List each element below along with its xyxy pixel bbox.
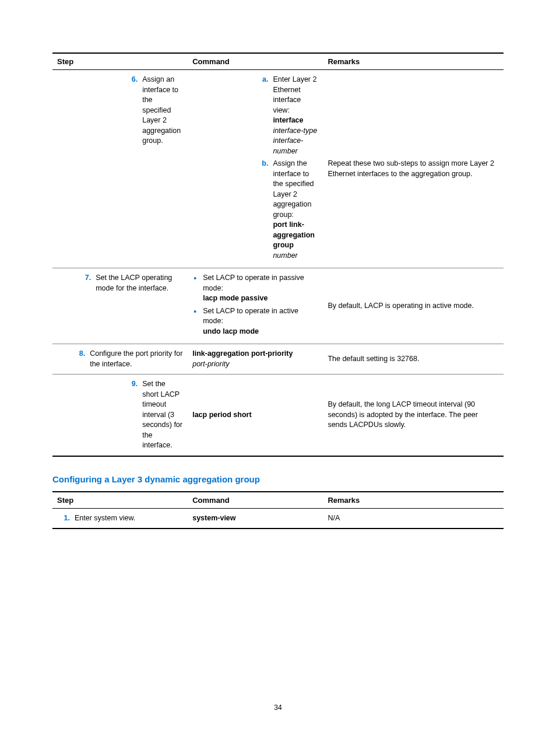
step-description: Configure the port priority for the inte… bbox=[90, 349, 183, 369]
remark-cell: By default, LACP is operating in active … bbox=[323, 268, 504, 344]
command-keyword: port link-aggregation group bbox=[273, 220, 315, 249]
command-cell: lacp period short bbox=[188, 374, 323, 456]
step-cell: 9. Set the short LACP timeout interval (… bbox=[52, 374, 188, 456]
table-row: 9. Set the short LACP timeout interval (… bbox=[52, 374, 504, 456]
page-number: 34 bbox=[0, 704, 556, 712]
step-number: 9. bbox=[132, 379, 142, 451]
command-keyword: lacp mode passive bbox=[203, 294, 268, 302]
bullet-item: Set LACP to operate in passive mode: lac… bbox=[192, 273, 318, 304]
command-cell: a. Enter Layer 2 Ethernet interface view… bbox=[188, 70, 323, 268]
step-number: 8. bbox=[72, 349, 90, 369]
table-row: 7. Set the LACP operating mode for the i… bbox=[52, 268, 504, 344]
bullet-item: Set LACP to operate in active mode: undo… bbox=[192, 306, 318, 337]
command-arg: number bbox=[273, 251, 297, 260]
step-description: Assign an interface to the specified Lay… bbox=[142, 75, 183, 146]
command-keyword: link-aggregation port-priority bbox=[192, 349, 293, 358]
step-description: Set the LACP operating mode for the inte… bbox=[96, 273, 183, 293]
command-keyword: system-view bbox=[192, 514, 235, 522]
step-number: 1. bbox=[57, 513, 75, 524]
command-cell: link-aggregation port-priority port-prio… bbox=[188, 344, 323, 374]
section-heading: Configuring a Layer 3 dynamic aggregatio… bbox=[52, 474, 504, 484]
col-header-command: Command bbox=[188, 492, 323, 509]
command-keyword: interface bbox=[273, 116, 303, 124]
substep-letter: a. bbox=[254, 75, 273, 156]
table-row: 8. Configure the port priority for the i… bbox=[52, 344, 504, 374]
config-table-1: Step Command Remarks 6. Assign an interf… bbox=[52, 52, 504, 457]
command-cell: system-view bbox=[188, 508, 323, 528]
col-header-step: Step bbox=[52, 492, 188, 509]
command-arg: interface-type interface-number bbox=[273, 127, 317, 155]
command-keyword: undo lacp mode bbox=[203, 327, 259, 335]
substep-content: Enter Layer 2 Ethernet interface view: i… bbox=[273, 75, 318, 156]
substep-letter: b. bbox=[254, 159, 273, 261]
table-row: 1. Enter system view. system-view N/A bbox=[52, 508, 504, 528]
remark-cell: By default, the long LACP timeout interv… bbox=[323, 374, 504, 456]
table-header-row: Step Command Remarks bbox=[52, 53, 504, 70]
remark-cell: The default setting is 32768. bbox=[323, 344, 504, 374]
remark-cell: N/A bbox=[323, 508, 504, 528]
config-table-2: Step Command Remarks 1. Enter system vie… bbox=[52, 491, 504, 530]
command-arg: port-priority bbox=[192, 360, 229, 368]
col-header-remarks: Remarks bbox=[323, 53, 504, 70]
col-header-remarks: Remarks bbox=[323, 492, 504, 509]
page-content: Step Command Remarks 6. Assign an interf… bbox=[0, 0, 556, 729]
step-cell: 6. Assign an interface to the specified … bbox=[52, 70, 188, 268]
remark-cell: Repeat these two sub-steps to assign mor… bbox=[323, 70, 504, 268]
table-header-row: Step Command Remarks bbox=[52, 492, 504, 509]
step-cell: 7. Set the LACP operating mode for the i… bbox=[52, 268, 188, 344]
step-cell: 1. Enter system view. bbox=[52, 508, 188, 528]
command-keyword: lacp period short bbox=[192, 411, 251, 419]
substep-content: Assign the interface to the specified La… bbox=[273, 159, 318, 261]
step-description: Enter system view. bbox=[75, 513, 183, 524]
command-cell: Set LACP to operate in passive mode: lac… bbox=[188, 268, 323, 344]
step-description: Set the short LACP timeout interval (3 s… bbox=[142, 379, 183, 451]
table-row: 6. Assign an interface to the specified … bbox=[52, 70, 504, 268]
step-number: 7. bbox=[78, 273, 96, 293]
col-header-command: Command bbox=[188, 53, 323, 70]
step-cell: 8. Configure the port priority for the i… bbox=[52, 344, 188, 374]
col-header-step: Step bbox=[52, 53, 188, 70]
step-number: 6. bbox=[132, 75, 142, 146]
